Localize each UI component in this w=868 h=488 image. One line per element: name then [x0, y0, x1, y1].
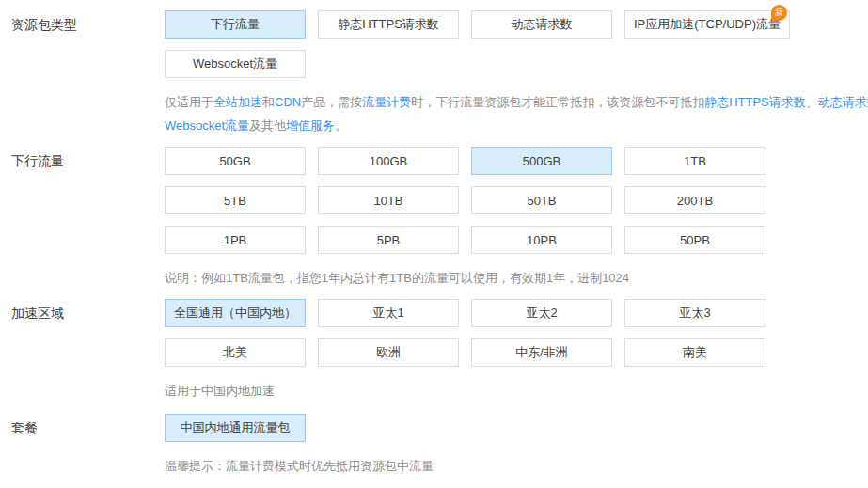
option-region-5[interactable]: 欧洲	[318, 338, 459, 367]
note-text: 适用于中国内地加速	[165, 384, 275, 398]
option-label: 欧洲	[376, 344, 401, 361]
option-label: 亚太3	[679, 305, 710, 322]
option-label: 南美	[683, 344, 707, 361]
note-text: 产品，需按	[301, 95, 362, 109]
section-note-package-type: 仅适用于全站加速和CDN产品，需按流量计费时，下行流量资源包才能正常抵扣，该资源…	[165, 90, 860, 137]
option-region-3[interactable]: 亚太3	[624, 299, 765, 327]
note-text: 及其他	[249, 118, 286, 133]
option-label: 50PB	[680, 233, 710, 247]
note-text: 、	[806, 95, 818, 109]
note-line: 说明：例如1TB流量包，指您1年内总计有1TB的流量可以使用，有效期1年，进制1…	[165, 266, 860, 290]
note-line: 温馨提示：流量计费模式时优先抵用资源包中流量	[165, 454, 860, 478]
option-package-type-3[interactable]: IP应用加速(TCP/UDP)流量新	[624, 10, 790, 39]
note-link[interactable]: CDN	[275, 95, 301, 109]
option-traffic-size-3[interactable]: 1TB	[624, 147, 765, 175]
option-label: 亚太2	[526, 305, 557, 322]
note-text: 和	[262, 95, 275, 109]
note-text: 时，下行流量资源包才能正常抵扣，该资源包不可抵扣	[411, 95, 704, 109]
option-label: 100GB	[370, 154, 407, 168]
section-content-plan: 中国内地通用流量包温馨提示：流量计费模式时优先抵用资源包中流量	[165, 414, 860, 478]
note-text: 仅适用于	[165, 95, 213, 109]
note-line: 仅适用于全站加速和CDN产品，需按流量计费时，下行流量资源包才能正常抵扣，该资源…	[165, 90, 860, 114]
note-link[interactable]: 动态请求数	[818, 95, 868, 109]
option-label: 下行流量	[211, 16, 260, 33]
option-traffic-size-1[interactable]: 100GB	[318, 147, 459, 175]
option-group-region: 全国通用（中国内地）亚太1亚太2亚太3北美欧洲中东/非洲南美	[165, 299, 860, 367]
note-text: 温馨提示：流量计费模式时优先抵用资源包中流量	[165, 459, 434, 473]
note-link[interactable]: 流量计费	[362, 95, 411, 109]
option-traffic-size-10[interactable]: 10PB	[471, 226, 612, 254]
section-content-package-type: 下行流量静态HTTPS请求数动态请求数IP应用加速(TCP/UDP)流量新Web…	[165, 10, 860, 137]
note-link[interactable]: 静态HTTPS请求数	[704, 95, 806, 109]
option-label: 1TB	[684, 154, 706, 168]
note-text: 。	[335, 118, 347, 133]
option-package-type-4[interactable]: Websocket流量	[165, 50, 306, 78]
section-plan: 套餐中国内地通用流量包温馨提示：流量计费模式时优先抵用资源包中流量	[11, 414, 868, 478]
resource-package-form: 资源包类型下行流量静态HTTPS请求数动态请求数IP应用加速(TCP/UDP)流…	[0, 0, 868, 488]
option-label: 全国通用（中国内地）	[174, 305, 296, 322]
option-region-0[interactable]: 全国通用（中国内地）	[165, 299, 306, 327]
option-label: 5TB	[224, 194, 246, 208]
option-group-plan: 中国内地通用流量包	[165, 414, 860, 442]
option-traffic-size-2[interactable]: 500GB	[471, 147, 612, 175]
section-region: 加速区域全国通用（中国内地）亚太1亚太2亚太3北美欧洲中东/非洲南美适用于中国内…	[11, 299, 868, 402]
option-label: 5PB	[377, 233, 401, 247]
option-label: 500GB	[523, 154, 560, 168]
option-plan-0[interactable]: 中国内地通用流量包	[165, 414, 306, 442]
section-package-type: 资源包类型下行流量静态HTTPS请求数动态请求数IP应用加速(TCP/UDP)流…	[11, 10, 868, 137]
option-region-1[interactable]: 亚太1	[318, 299, 459, 327]
option-group-traffic-size: 50GB100GB500GB1TB5TB10TB50TB200TB1PB5PB1…	[165, 147, 860, 254]
option-label: 50TB	[527, 194, 556, 208]
option-label: Websocket流量	[193, 55, 277, 72]
section-traffic-size: 下行流量50GB100GB500GB1TB5TB10TB50TB200TB1PB…	[11, 147, 868, 290]
option-traffic-size-5[interactable]: 10TB	[318, 186, 459, 214]
note-line: 适用于中国内地加速	[165, 379, 860, 402]
option-package-type-2[interactable]: 动态请求数	[471, 10, 612, 39]
option-traffic-size-7[interactable]: 200TB	[624, 186, 765, 214]
section-label-plan: 套餐	[11, 414, 165, 478]
option-label: 50GB	[219, 154, 250, 168]
option-package-type-1[interactable]: 静态HTTPS请求数	[318, 10, 459, 39]
option-label: 1PB	[224, 233, 247, 247]
note-line: Websocket流量及其他增值服务。	[165, 114, 860, 137]
option-group-package-type: 下行流量静态HTTPS请求数动态请求数IP应用加速(TCP/UDP)流量新Web…	[165, 10, 860, 78]
option-label: 亚太1	[372, 305, 403, 322]
option-package-type-0[interactable]: 下行流量	[165, 10, 306, 39]
option-traffic-size-8[interactable]: 1PB	[165, 226, 306, 254]
section-note-plan: 温馨提示：流量计费模式时优先抵用资源包中流量	[165, 454, 860, 478]
option-region-6[interactable]: 中东/非洲	[471, 338, 612, 367]
option-label: 200TB	[677, 194, 713, 208]
option-label: 10TB	[373, 194, 402, 208]
section-label-region: 加速区域	[11, 299, 165, 402]
option-traffic-size-0[interactable]: 50GB	[165, 147, 306, 175]
option-label: 动态请求数	[512, 16, 573, 33]
note-link[interactable]: Websocket流量	[165, 118, 249, 133]
option-region-7[interactable]: 南美	[624, 338, 765, 367]
option-region-2[interactable]: 亚太2	[471, 299, 612, 327]
option-traffic-size-11[interactable]: 50PB	[624, 226, 765, 254]
option-label: IP应用加速(TCP/UDP)流量	[634, 16, 781, 33]
option-label: 北美	[223, 344, 247, 361]
option-label: 中东/非洲	[515, 344, 568, 361]
option-label: 10PB	[527, 233, 557, 247]
note-link[interactable]: 全站加速	[213, 95, 262, 109]
section-content-region: 全国通用（中国内地）亚太1亚太2亚太3北美欧洲中东/非洲南美适用于中国内地加速	[165, 299, 860, 402]
section-content-traffic-size: 50GB100GB500GB1TB5TB10TB50TB200TB1PB5PB1…	[165, 147, 860, 290]
section-note-traffic-size: 说明：例如1TB流量包，指您1年内总计有1TB的流量可以使用，有效期1年，进制1…	[165, 266, 860, 290]
option-label: 中国内地通用流量包	[181, 419, 291, 436]
section-label-package-type: 资源包类型	[11, 10, 165, 137]
new-badge: 新	[771, 5, 787, 21]
option-traffic-size-9[interactable]: 5PB	[318, 226, 459, 254]
section-label-traffic-size: 下行流量	[11, 147, 165, 290]
section-note-region: 适用于中国内地加速	[165, 379, 860, 402]
option-label: 静态HTTPS请求数	[338, 16, 439, 33]
note-link[interactable]: 增值服务	[286, 118, 335, 133]
note-text: 说明：例如1TB流量包，指您1年内总计有1TB的流量可以使用，有效期1年，进制1…	[165, 271, 629, 285]
option-traffic-size-6[interactable]: 50TB	[471, 186, 612, 214]
option-traffic-size-4[interactable]: 5TB	[165, 186, 306, 214]
option-region-4[interactable]: 北美	[165, 338, 306, 367]
